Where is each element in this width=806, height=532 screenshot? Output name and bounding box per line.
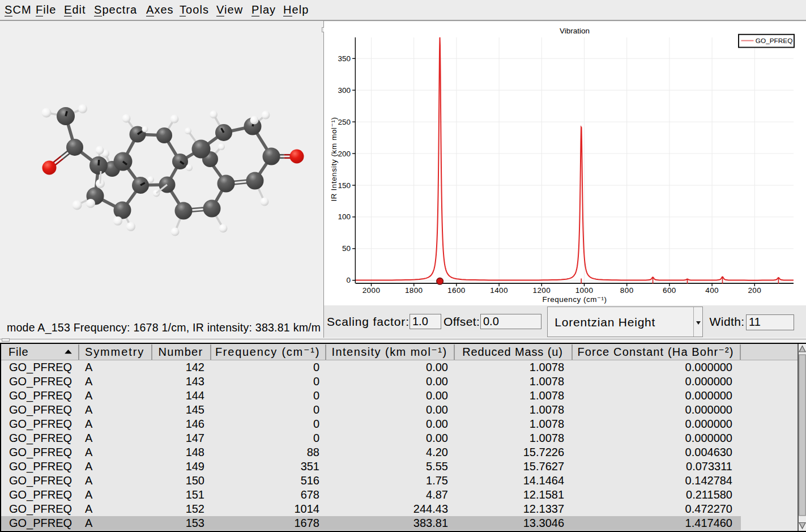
svg-text:1600: 1600 <box>447 286 466 295</box>
svg-text:400: 400 <box>705 286 719 295</box>
svg-text:Vibration: Vibration <box>560 27 590 35</box>
svg-text:250: 250 <box>338 118 351 126</box>
svg-text:300: 300 <box>338 86 351 95</box>
svg-text:1400: 1400 <box>490 286 508 295</box>
svg-text:GO_PFREQ: GO_PFREQ <box>756 37 793 45</box>
svg-text:200: 200 <box>748 286 761 295</box>
svg-text:2000: 2000 <box>363 286 381 295</box>
svg-text:800: 800 <box>620 286 634 295</box>
svg-text:150: 150 <box>338 181 351 190</box>
svg-text:200: 200 <box>338 150 351 158</box>
svg-text:Frequency (cm⁻¹): Frequency (cm⁻¹) <box>542 295 607 304</box>
svg-text:50: 50 <box>342 244 351 253</box>
svg-text:100: 100 <box>338 212 351 221</box>
svg-text:IR Intensity (km mol⁻¹): IR Intensity (km mol⁻¹) <box>330 117 338 201</box>
svg-text:0: 0 <box>346 276 351 284</box>
svg-text:600: 600 <box>663 286 676 295</box>
svg-text:350: 350 <box>338 54 351 63</box>
svg-text:1800: 1800 <box>405 286 423 295</box>
svg-text:1200: 1200 <box>532 286 551 295</box>
svg-text:1000: 1000 <box>575 286 594 295</box>
